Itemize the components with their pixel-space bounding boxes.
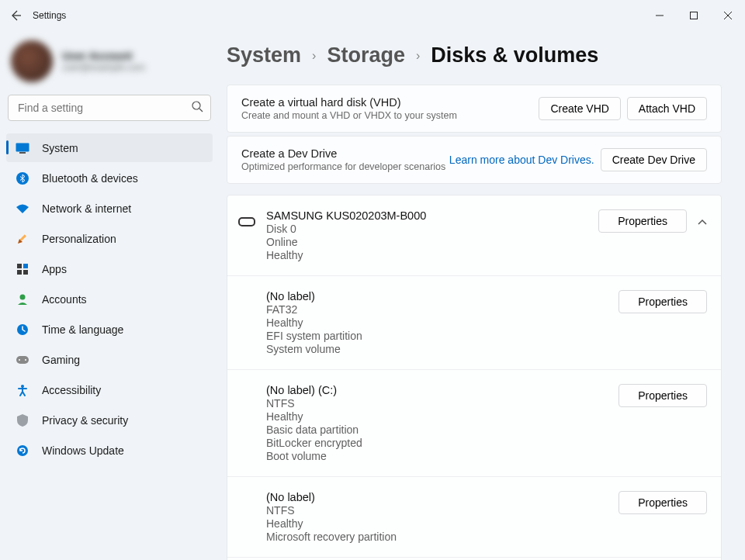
personalization-icon [16, 232, 29, 246]
sidebar-item-label: Gaming [42, 354, 80, 366]
chevron-right-icon: › [312, 49, 316, 63]
svg-rect-16 [16, 356, 29, 364]
svg-rect-10 [17, 264, 22, 268]
devdrive-title: Create a Dev Drive [241, 147, 445, 160]
sidebar-item-time-language[interactable]: Time & language [6, 315, 213, 344]
volume-properties-button[interactable]: Properties [619, 491, 707, 514]
accessibility-icon [16, 383, 29, 397]
back-button[interactable] [8, 8, 23, 23]
update-icon [16, 444, 29, 458]
gaming-icon [16, 353, 29, 367]
sidebar-item-label: Bluetooth & devices [42, 172, 138, 185]
devdrive-sub: Optimized performance for developer scen… [241, 161, 445, 172]
disk-properties-button[interactable]: Properties [598, 209, 687, 233]
sidebar-item-privacy[interactable]: Privacy & security [6, 406, 213, 434]
sidebar-item-accessibility[interactable]: Accessibility [6, 375, 213, 404]
profile-sub: user@example.com [62, 62, 145, 73]
sidebar-item-personalization[interactable]: Personalization [6, 224, 213, 253]
svg-rect-6 [16, 143, 29, 151]
search-container [8, 95, 211, 121]
devdrive-card: Create a Dev Drive Optimized performance… [227, 136, 722, 184]
profile-name: User Account [62, 50, 145, 62]
vhd-card: Create a virtual hard disk (VHD) Create … [227, 85, 722, 133]
vhd-title: Create a virtual hard disk (VHD) [241, 96, 457, 109]
sidebar-item-label: Network & internet [42, 202, 131, 215]
disk-index: Disk 0 [266, 223, 426, 235]
svg-rect-13 [23, 270, 28, 275]
volume-label: (No label) (C:) [266, 384, 362, 396]
svg-point-17 [19, 359, 20, 361]
volume-properties-button[interactable]: Properties [619, 290, 707, 313]
sidebar-item-label: System [42, 142, 78, 154]
sidebar-item-apps[interactable]: Apps [6, 254, 213, 283]
vhd-sub: Create and mount a VHD or VHDX to your s… [241, 110, 457, 121]
sidebar-item-accounts[interactable]: Accounts [6, 285, 213, 313]
disk-status: Online [266, 236, 426, 248]
svg-point-14 [20, 294, 26, 299]
volume-label: (No label) [266, 290, 362, 302]
create-devdrive-button[interactable]: Create Dev Drive [601, 148, 707, 171]
svg-rect-11 [23, 264, 28, 268]
svg-rect-9 [19, 234, 26, 240]
volume-row[interactable]: (No label) FAT32 Healthy EFI system part… [227, 276, 721, 370]
disk-icon [238, 217, 255, 226]
search-icon [192, 101, 203, 115]
sidebar-item-label: Windows Update [42, 444, 124, 457]
sidebar-item-update[interactable]: Windows Update [6, 436, 213, 465]
svg-point-4 [192, 102, 200, 109]
disk-row[interactable]: SAMSUNG KUS020203M-B000 Disk 0 Online He… [227, 195, 721, 276]
disk-name: SAMSUNG KUS020203M-B000 [266, 209, 426, 222]
devdrive-learn-more-link[interactable]: Learn more about Dev Drives. [449, 154, 594, 166]
accounts-icon [16, 292, 29, 306]
volume-row[interactable]: (No label) (C:) NTFS Healthy Basic data … [227, 370, 721, 477]
user-profile[interactable]: User Account user@example.com [6, 37, 213, 93]
maximize-button[interactable] [677, 4, 711, 27]
attach-vhd-button[interactable]: Attach VHD [627, 97, 707, 120]
svg-rect-7 [19, 152, 26, 154]
chevron-up-icon[interactable] [698, 216, 707, 227]
search-input[interactable] [8, 95, 211, 121]
sidebar-item-label: Personalization [42, 233, 116, 245]
minimize-button[interactable] [643, 4, 677, 27]
sidebar-item-label: Accessibility [42, 384, 101, 396]
breadcrumb-current: Disks & volumes [431, 43, 598, 67]
svg-rect-1 [691, 12, 698, 19]
sidebar-item-label: Privacy & security [42, 414, 128, 427]
volume-properties-button[interactable]: Properties [619, 384, 707, 407]
volume-row[interactable]: (No label) NTFS Healthy Microsoft recove… [227, 477, 721, 558]
sidebar-item-bluetooth[interactable]: Bluetooth & devices [6, 164, 213, 192]
apps-icon [16, 262, 29, 276]
disk-health: Healthy [266, 249, 426, 261]
network-icon [16, 202, 29, 216]
disk-section: SAMSUNG KUS020203M-B000 Disk 0 Online He… [227, 195, 722, 560]
svg-point-18 [25, 359, 26, 361]
svg-rect-12 [17, 270, 22, 275]
avatar [11, 40, 53, 82]
sidebar-item-system[interactable]: System [6, 133, 213, 162]
chevron-right-icon: › [416, 49, 420, 63]
sidebar-item-label: Time & language [42, 323, 123, 336]
svg-line-5 [199, 109, 203, 112]
close-button[interactable] [711, 4, 745, 27]
volume-label: (No label) [266, 491, 397, 503]
sidebar-item-label: Accounts [42, 293, 87, 306]
privacy-icon [16, 413, 29, 427]
window-title: Settings [33, 10, 66, 21]
breadcrumb-storage[interactable]: Storage [327, 43, 405, 67]
sidebar-item-label: Apps [42, 263, 67, 275]
bluetooth-icon [16, 171, 29, 185]
sidebar-item-network[interactable]: Network & internet [6, 194, 213, 223]
breadcrumb: System › Storage › Disks & volumes [227, 43, 722, 67]
breadcrumb-system[interactable]: System [227, 43, 301, 67]
time-language-icon [16, 323, 29, 337]
create-vhd-button[interactable]: Create VHD [539, 97, 620, 120]
sidebar-item-gaming[interactable]: Gaming [6, 345, 213, 374]
system-icon [16, 141, 29, 155]
